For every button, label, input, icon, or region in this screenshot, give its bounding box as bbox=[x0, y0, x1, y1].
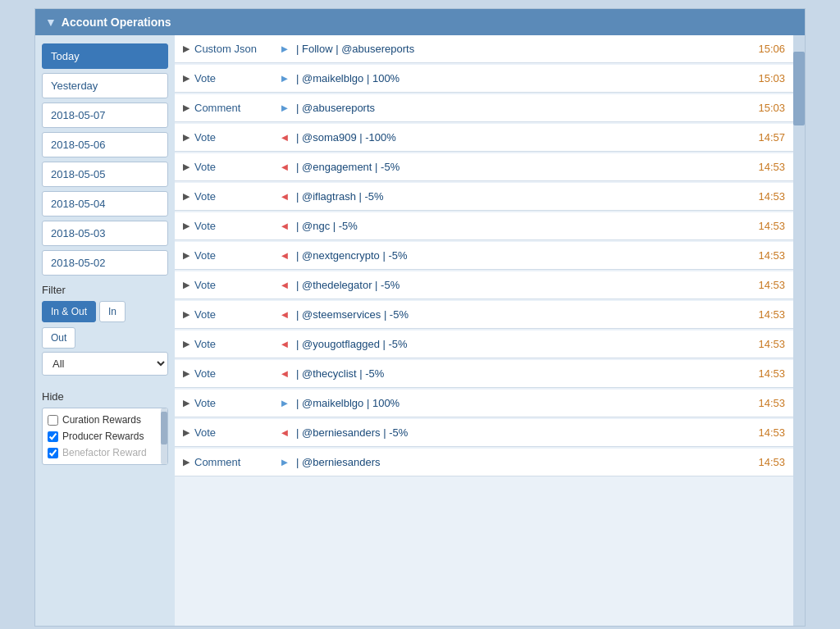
op-detail-14: | @berniesanders bbox=[293, 456, 740, 468]
filter-out-button[interactable]: Out bbox=[42, 327, 75, 349]
operations-list: ▶Custom Json►| Follow | @abusereports15:… bbox=[175, 35, 805, 626]
op-direction-2: ► bbox=[276, 102, 293, 114]
op-direction-14: ► bbox=[276, 456, 293, 468]
op-row-10[interactable]: ▶Vote◄| @yougotflagged | -5%14:53 bbox=[175, 330, 793, 358]
arrow-left-icon: ◄ bbox=[280, 338, 290, 350]
op-type-12: Vote bbox=[194, 397, 276, 409]
op-detail-9: | @steemservices | -5% bbox=[293, 308, 740, 321]
date-btn-yesterday[interactable]: Yesterday bbox=[42, 73, 168, 98]
op-detail-2: | @abusereports bbox=[293, 102, 740, 114]
op-type-13: Vote bbox=[194, 426, 276, 439]
op-time-12: 14:53 bbox=[740, 397, 785, 409]
filter-label: Filter bbox=[42, 284, 168, 296]
op-expand-arrow-6: ▶ bbox=[183, 221, 189, 231]
content-area: TodayYesterday2018-05-072018-05-062018-0… bbox=[35, 35, 805, 626]
op-time-4: 14:53 bbox=[740, 161, 785, 173]
op-direction-12: ► bbox=[276, 397, 293, 409]
op-row-14[interactable]: ▶Comment►| @berniesanders14:53 bbox=[175, 449, 793, 476]
op-type-14: Comment bbox=[194, 456, 276, 468]
benefactor-rewards-checkbox[interactable] bbox=[48, 448, 58, 458]
op-expand-arrow-14: ▶ bbox=[183, 457, 189, 467]
op-row-11[interactable]: ▶Vote◄| @thecyclist | -5%14:53 bbox=[175, 360, 793, 388]
date-btn-2018-05-07[interactable]: 2018-05-07 bbox=[42, 103, 168, 128]
arrow-left-icon: ◄ bbox=[280, 131, 290, 144]
date-buttons-container: TodayYesterday2018-05-072018-05-062018-0… bbox=[42, 43, 168, 276]
date-btn-2018-05-06[interactable]: 2018-05-06 bbox=[42, 132, 168, 157]
hide-item-benefactor: Benefactor Reward bbox=[46, 444, 164, 461]
op-detail-6: | @ngc | -5% bbox=[293, 220, 740, 232]
op-time-1: 15:03 bbox=[740, 72, 785, 84]
op-time-11: 14:53 bbox=[740, 367, 785, 380]
op-row-7[interactable]: ▶Vote◄| @nextgencrypto | -5%14:53 bbox=[175, 242, 793, 270]
op-expand-arrow-11: ▶ bbox=[183, 368, 189, 379]
op-expand-arrow-0: ▶ bbox=[183, 43, 189, 54]
op-type-0: Custom Json bbox=[194, 43, 276, 55]
op-time-5: 14:53 bbox=[740, 190, 785, 203]
date-btn-2018-05-05[interactable]: 2018-05-05 bbox=[42, 162, 168, 187]
op-detail-10: | @yougotflagged | -5% bbox=[293, 338, 740, 350]
op-type-7: Vote bbox=[194, 249, 276, 262]
arrow-left-icon: ◄ bbox=[280, 308, 290, 321]
op-time-8: 14:53 bbox=[740, 279, 785, 291]
producer-rewards-label: Producer Rewards bbox=[62, 431, 144, 442]
op-expand-arrow-12: ▶ bbox=[183, 398, 189, 408]
op-time-2: 15:03 bbox=[740, 102, 785, 114]
op-row-1[interactable]: ▶Vote►| @maikelblgo | 100%15:03 bbox=[175, 65, 793, 93]
op-time-7: 14:53 bbox=[740, 249, 785, 262]
hide-scrollbar bbox=[161, 408, 167, 464]
filter-buttons-container: In & Out In bbox=[42, 301, 168, 322]
op-detail-1: | @maikelblgo | 100% bbox=[293, 72, 740, 84]
op-type-9: Vote bbox=[194, 308, 276, 321]
op-time-6: 14:53 bbox=[740, 220, 785, 232]
op-type-11: Vote bbox=[194, 367, 276, 380]
op-expand-arrow-7: ▶ bbox=[183, 250, 189, 261]
hide-item-producer: Producer Rewards bbox=[46, 428, 164, 444]
operations-panel: ▶Custom Json►| Follow | @abusereports15:… bbox=[175, 35, 805, 626]
header-bar: ▼ Account Operations bbox=[35, 9, 805, 35]
curation-rewards-label: Curation Rewards bbox=[62, 414, 141, 426]
op-detail-7: | @nextgencrypto | -5% bbox=[293, 249, 740, 262]
op-row-4[interactable]: ▶Vote◄| @engagement | -5%14:53 bbox=[175, 153, 793, 181]
op-row-12[interactable]: ▶Vote►| @maikelblgo | 100%14:53 bbox=[175, 390, 793, 417]
op-detail-13: | @berniesanders | -5% bbox=[293, 426, 740, 439]
sidebar: TodayYesterday2018-05-072018-05-062018-0… bbox=[35, 35, 175, 626]
date-btn-2018-05-04[interactable]: 2018-05-04 bbox=[42, 191, 168, 217]
op-direction-0: ► bbox=[276, 43, 293, 55]
filter-in-out-button[interactable]: In & Out bbox=[42, 301, 96, 322]
op-row-0[interactable]: ▶Custom Json►| Follow | @abusereports15:… bbox=[175, 35, 793, 63]
producer-rewards-checkbox[interactable] bbox=[48, 431, 58, 442]
op-time-3: 14:57 bbox=[740, 131, 785, 144]
right-scrollbar[interactable] bbox=[793, 35, 805, 626]
op-direction-6: ◄ bbox=[276, 220, 293, 232]
op-type-4: Vote bbox=[194, 161, 276, 173]
op-direction-4: ◄ bbox=[276, 161, 293, 173]
op-row-3[interactable]: ▶Vote◄| @soma909 | -100%14:57 bbox=[175, 124, 793, 152]
collapse-arrow: ▼ bbox=[45, 16, 57, 29]
op-time-10: 14:53 bbox=[740, 338, 785, 350]
filter-in-button[interactable]: In bbox=[99, 301, 126, 322]
op-expand-arrow-8: ▶ bbox=[183, 280, 189, 290]
date-btn-today[interactable]: Today bbox=[42, 43, 168, 69]
op-row-13[interactable]: ▶Vote◄| @berniesanders | -5%14:53 bbox=[175, 419, 793, 447]
hide-scroll-container: Curation Rewards Producer Rewards Benefa… bbox=[42, 408, 168, 465]
arrow-left-icon: ◄ bbox=[280, 190, 290, 203]
op-row-8[interactable]: ▶Vote◄| @thedelegator | -5%14:53 bbox=[175, 271, 793, 299]
op-type-6: Vote bbox=[194, 220, 276, 232]
op-row-9[interactable]: ▶Vote◄| @steemservices | -5%14:53 bbox=[175, 301, 793, 329]
op-row-5[interactable]: ▶Vote◄| @iflagtrash | -5%14:53 bbox=[175, 183, 793, 211]
op-expand-arrow-13: ▶ bbox=[183, 427, 189, 438]
op-type-3: Vote bbox=[194, 131, 276, 144]
date-btn-2018-05-03[interactable]: 2018-05-03 bbox=[42, 221, 168, 246]
date-btn-2018-05-02[interactable]: 2018-05-02 bbox=[42, 250, 168, 276]
curation-rewards-checkbox[interactable] bbox=[48, 415, 58, 426]
arrow-left-icon: ◄ bbox=[280, 249, 290, 262]
op-detail-3: | @soma909 | -100% bbox=[293, 131, 740, 144]
op-row-2[interactable]: ▶Comment►| @abusereports15:03 bbox=[175, 94, 793, 122]
arrow-left-icon: ◄ bbox=[280, 279, 290, 291]
op-type-2: Comment bbox=[194, 102, 276, 114]
op-row-6[interactable]: ▶Vote◄| @ngc | -5%14:53 bbox=[175, 212, 793, 240]
filter-all-select[interactable]: All bbox=[42, 352, 168, 376]
op-time-14: 14:53 bbox=[740, 456, 785, 468]
op-detail-8: | @thedelegator | -5% bbox=[293, 279, 740, 291]
op-time-9: 14:53 bbox=[740, 308, 785, 321]
